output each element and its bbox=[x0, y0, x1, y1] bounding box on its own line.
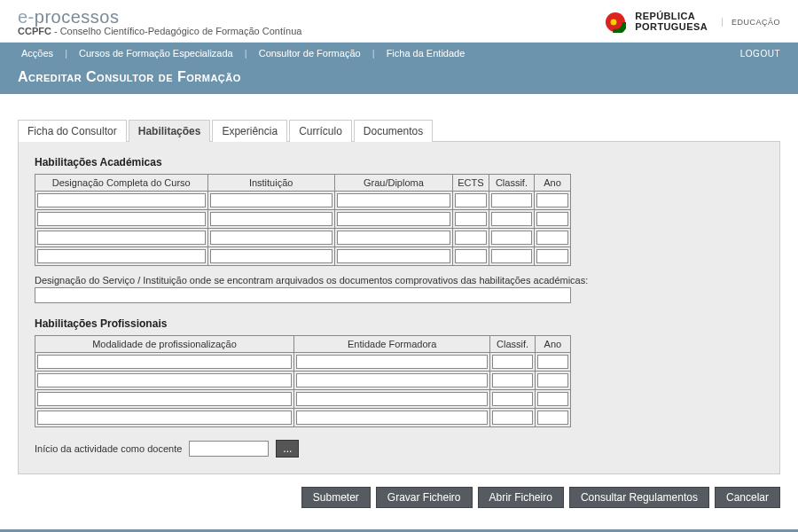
logo-prefix: e- bbox=[18, 7, 35, 27]
prof-cell-input[interactable] bbox=[537, 373, 568, 387]
inicio-input[interactable] bbox=[189, 441, 269, 457]
tab-experiencia[interactable]: Experiência bbox=[212, 120, 287, 142]
prof-col-1: Entidade Formadora bbox=[293, 336, 489, 353]
table-row bbox=[35, 229, 571, 247]
nav-item-2[interactable]: Consultor de Formação bbox=[255, 48, 364, 59]
academ-cell-input[interactable] bbox=[337, 212, 450, 226]
table-row bbox=[35, 372, 571, 390]
save-file-button[interactable]: Gravar Ficheiro bbox=[376, 487, 473, 508]
inicio-row: Início da actividade como docente ... bbox=[35, 440, 763, 458]
academ-cell-input[interactable] bbox=[210, 212, 332, 226]
academ-cell-input[interactable] bbox=[455, 212, 487, 226]
academ-col-1: Instituição bbox=[207, 175, 334, 192]
org-abbr: CCPFC bbox=[18, 26, 51, 36]
prof-title: Habilitações Profissionais bbox=[35, 317, 763, 330]
prof-cell-input[interactable] bbox=[296, 355, 488, 369]
tab-documentos[interactable]: Documentos bbox=[354, 120, 433, 142]
academ-cell-input[interactable] bbox=[536, 193, 568, 207]
tab-curriculo[interactable]: Currículo bbox=[289, 120, 352, 142]
gov-edu: EDUCAÇÃO bbox=[722, 18, 780, 27]
nav-item-0[interactable]: Acções bbox=[18, 48, 57, 59]
academ-cell-input[interactable] bbox=[337, 249, 450, 263]
org-subtitle: CCPFC - Conselho Científico-Pedagógico d… bbox=[18, 26, 301, 36]
academ-cell-input[interactable] bbox=[491, 193, 532, 207]
prof-cell-input[interactable] bbox=[537, 355, 568, 369]
nav-sep: | bbox=[59, 48, 73, 59]
academ-cell-input[interactable] bbox=[536, 249, 568, 263]
prof-cell-input[interactable] bbox=[296, 411, 488, 425]
prof-cell-input[interactable] bbox=[492, 373, 532, 387]
academ-col-0: Designação Completa do Curso bbox=[35, 175, 208, 192]
app-logo: e-processos bbox=[18, 7, 301, 27]
academ-cell-input[interactable] bbox=[337, 231, 450, 245]
academ-col-3: ECTS bbox=[452, 175, 489, 192]
prof-cell-input[interactable] bbox=[492, 411, 532, 425]
prof-table: Modalidade de profissionalizaçãoEntidade… bbox=[35, 335, 571, 427]
table-row bbox=[35, 353, 571, 372]
academ-col-5: Ano bbox=[535, 175, 571, 192]
prof-cell-input[interactable] bbox=[296, 392, 488, 406]
form-panel: Habilitações Académicas Designação Compl… bbox=[18, 142, 780, 474]
archive-input[interactable] bbox=[35, 287, 571, 303]
table-row bbox=[35, 390, 571, 409]
academ-cell-input[interactable] bbox=[37, 193, 206, 207]
prof-cell-input[interactable] bbox=[537, 411, 568, 425]
tab-ficha-consultor[interactable]: Ficha do Consultor bbox=[18, 120, 127, 142]
table-row bbox=[35, 247, 571, 266]
table-row bbox=[35, 192, 571, 210]
prof-cell-input[interactable] bbox=[37, 392, 292, 406]
nav-bar: Acções | Cursos de Formação Especializad… bbox=[0, 43, 798, 64]
archive-label: Designação do Serviço / Instituição onde… bbox=[35, 275, 763, 286]
academ-cell-input[interactable] bbox=[210, 231, 332, 245]
top-header: e-processos CCPFC - Conselho Científico-… bbox=[0, 0, 798, 43]
tab-strip: Ficha do Consultor Habilitações Experiên… bbox=[18, 119, 780, 142]
academ-table: Designação Completa do CursoInstituiçãoG… bbox=[35, 174, 571, 266]
prof-cell-input[interactable] bbox=[492, 355, 532, 369]
academ-cell-input[interactable] bbox=[210, 193, 332, 207]
academ-cell-input[interactable] bbox=[536, 212, 568, 226]
academ-cell-input[interactable] bbox=[455, 193, 487, 207]
tab-habilitacoes[interactable]: Habilitações bbox=[129, 120, 211, 142]
svg-point-1 bbox=[610, 19, 617, 26]
academ-cell-input[interactable] bbox=[337, 193, 450, 207]
academ-cell-input[interactable] bbox=[455, 249, 487, 263]
academ-cell-input[interactable] bbox=[37, 231, 206, 245]
prof-cell-input[interactable] bbox=[296, 373, 488, 387]
prof-col-0: Modalidade de profissionalização bbox=[35, 336, 294, 353]
academ-cell-input[interactable] bbox=[37, 249, 206, 263]
prof-cell-input[interactable] bbox=[37, 411, 292, 425]
prof-cell-input[interactable] bbox=[37, 373, 292, 387]
logout-link[interactable]: LOGOUT bbox=[740, 49, 780, 59]
prof-col-3: Ano bbox=[535, 336, 570, 353]
academ-col-4: Classif. bbox=[489, 175, 534, 192]
academ-cell-input[interactable] bbox=[37, 212, 206, 226]
gov-line2: PORTUGUESA bbox=[635, 22, 708, 33]
gov-block: REPÚBLICA PORTUGUESA EDUCAÇÃO bbox=[605, 12, 780, 33]
nav-item-1[interactable]: Cursos de Formação Especializada bbox=[75, 48, 237, 59]
logo-block: e-processos CCPFC - Conselho Científico-… bbox=[18, 7, 301, 36]
nav-sep: | bbox=[239, 48, 253, 59]
inicio-picker-button[interactable]: ... bbox=[276, 440, 299, 458]
nav-sep: | bbox=[367, 48, 380, 59]
logo-main: processos bbox=[35, 7, 120, 27]
academ-col-2: Grau/Diploma bbox=[334, 175, 452, 192]
academ-cell-input[interactable] bbox=[210, 249, 332, 263]
regulations-button[interactable]: Consultar Regulamentos bbox=[569, 487, 709, 508]
prof-cell-input[interactable] bbox=[537, 392, 568, 406]
inicio-label: Início da actividade como docente bbox=[35, 443, 182, 454]
action-row: Submeter Gravar Ficheiro Abrir Ficheiro … bbox=[18, 487, 780, 508]
nav-item-3[interactable]: Ficha da Entidade bbox=[383, 48, 469, 59]
academ-cell-input[interactable] bbox=[491, 231, 532, 245]
org-full: - Conselho Científico-Pedagógico de Form… bbox=[51, 26, 302, 36]
academ-cell-input[interactable] bbox=[536, 231, 568, 245]
academ-cell-input[interactable] bbox=[491, 212, 532, 226]
submit-button[interactable]: Submeter bbox=[301, 487, 371, 508]
cancel-button[interactable]: Cancelar bbox=[715, 487, 780, 508]
academ-title: Habilitações Académicas bbox=[35, 156, 763, 168]
table-row bbox=[35, 210, 571, 229]
academ-cell-input[interactable] bbox=[455, 231, 487, 245]
open-file-button[interactable]: Abrir Ficheiro bbox=[478, 487, 564, 508]
prof-cell-input[interactable] bbox=[492, 392, 532, 406]
prof-cell-input[interactable] bbox=[37, 355, 292, 369]
academ-cell-input[interactable] bbox=[491, 249, 532, 263]
